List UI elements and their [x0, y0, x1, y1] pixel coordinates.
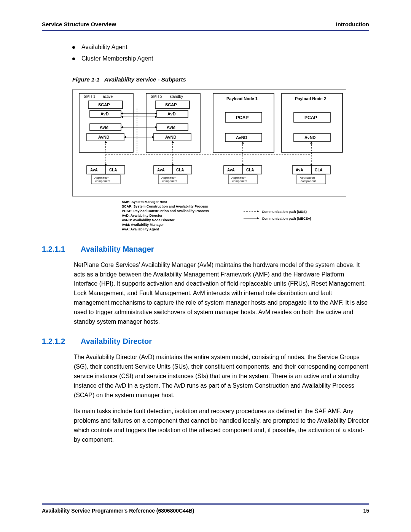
- svg-text:Application: Application: [94, 176, 109, 179]
- paragraph: Its main tasks include fault detection, …: [74, 407, 369, 444]
- header-left: Service Structure Overview: [42, 21, 116, 27]
- svg-text:AvM: AvM: [167, 125, 175, 129]
- svg-text:AvA: AvA: [90, 168, 98, 172]
- svg-text:component: component: [95, 179, 110, 183]
- svg-text:AvND: AvND: [98, 135, 110, 139]
- footer-doc-id: Availability Service Programmer's Refere…: [42, 508, 194, 514]
- section-number: 1.2.1.1: [42, 245, 68, 254]
- section-heading-availability-manager: 1.2.1.1 Availability Manager: [42, 245, 369, 254]
- svg-text:component: component: [232, 179, 247, 183]
- svg-text:AvM: Availability Manager: AvM: Availability Manager: [122, 223, 164, 227]
- svg-text:SCAP: System Construction and : SCAP: System Construction and Availabili…: [122, 204, 208, 208]
- svg-text:SMH 1: SMH 1: [84, 94, 96, 99]
- footer-page-num: 15: [363, 508, 369, 514]
- svg-text:SMH 2: SMH 2: [151, 94, 162, 99]
- svg-text:AvA: AvA: [296, 168, 303, 172]
- svg-text:SMH: System Manager Host: SMH: System Manager Host: [122, 200, 167, 204]
- svg-text:Application: Application: [300, 176, 315, 179]
- svg-text:CLA: CLA: [315, 168, 323, 172]
- running-header: Service Structure Overview Introduction: [42, 21, 369, 31]
- header-right: Introduction: [336, 21, 369, 27]
- svg-text:CLA: CLA: [109, 168, 117, 172]
- svg-text:AvA: AvA: [227, 168, 235, 172]
- figure: SMH 1 active SCAP AvD AvM AvND AvA CLA A…: [72, 89, 346, 234]
- svg-text:CLA: CLA: [246, 168, 254, 172]
- svg-text:PCAP: Payload Construction and: PCAP: Payload Construction and Availabil…: [122, 209, 209, 213]
- section-number: 1.2.1.2: [42, 337, 68, 346]
- svg-text:AvA: AvA: [157, 168, 165, 172]
- svg-text:AvD: AvD: [100, 112, 109, 116]
- svg-text:AvND: AvND: [304, 135, 316, 140]
- footer: Availability Service Programmer's Refere…: [42, 503, 369, 514]
- svg-text:PCAP: PCAP: [236, 115, 249, 120]
- svg-text:Communication path (MDS): Communication path (MDS): [262, 210, 307, 214]
- svg-text:Application: Application: [231, 176, 246, 179]
- svg-text:AvM: AvM: [100, 125, 108, 129]
- svg-text:Payload Node 1: Payload Node 1: [226, 96, 258, 101]
- content: Availability Agent Cluster Membership Ag…: [42, 31, 369, 445]
- list-item: Availability Agent: [72, 42, 369, 53]
- page: Service Structure Overview Introduction …: [0, 0, 411, 532]
- svg-rect-45: [213, 93, 274, 152]
- svg-text:AvND: AvND: [236, 135, 247, 140]
- svg-text:CLA: CLA: [176, 168, 184, 172]
- figure-title: Availability Service - Subparts: [104, 76, 186, 83]
- svg-text:active: active: [103, 94, 113, 99]
- paragraph: NetPlane Core Services' Availability Man…: [74, 260, 369, 327]
- bullet-list: Availability Agent Cluster Membership Ag…: [42, 42, 369, 65]
- section-title: Availability Manager: [81, 245, 154, 254]
- svg-rect-59: [282, 93, 342, 152]
- figure-svg: SMH 1 active SCAP AvD AvM AvND AvA CLA A…: [72, 89, 346, 234]
- svg-text:component: component: [162, 179, 177, 183]
- paragraph: The Availability Director (AvD) maintain…: [74, 353, 369, 400]
- svg-text:SCAP: SCAP: [98, 102, 110, 107]
- section-heading-availability-director: 1.2.1.2 Availability Director: [42, 337, 369, 346]
- svg-text:standby: standby: [170, 94, 183, 99]
- svg-text:component: component: [301, 179, 316, 183]
- list-item: Cluster Membership Agent: [72, 53, 369, 64]
- figure-caption: Figure 1-1 Availability Service - Subpar…: [72, 76, 369, 83]
- svg-text:AvND: AvND: [165, 135, 177, 139]
- svg-text:AvND: Availability Node Direct: AvND: Availability Node Director: [122, 218, 175, 222]
- svg-text:AvD: Availability Director: AvD: Availability Director: [122, 214, 163, 217]
- svg-text:Communication path (MBCSv): Communication path (MBCSv): [262, 217, 311, 220]
- svg-text:AvD: AvD: [167, 112, 176, 116]
- svg-text:Payload Node 2: Payload Node 2: [295, 96, 326, 101]
- svg-text:Application: Application: [161, 176, 176, 179]
- section-title: Availability Director: [81, 337, 152, 346]
- svg-text:SCAP: SCAP: [165, 102, 177, 107]
- figure-number: Figure 1-1: [72, 76, 100, 83]
- svg-text:PCAP: PCAP: [304, 115, 317, 120]
- svg-text:AvA: Availability Agent: AvA: Availability Agent: [122, 227, 159, 231]
